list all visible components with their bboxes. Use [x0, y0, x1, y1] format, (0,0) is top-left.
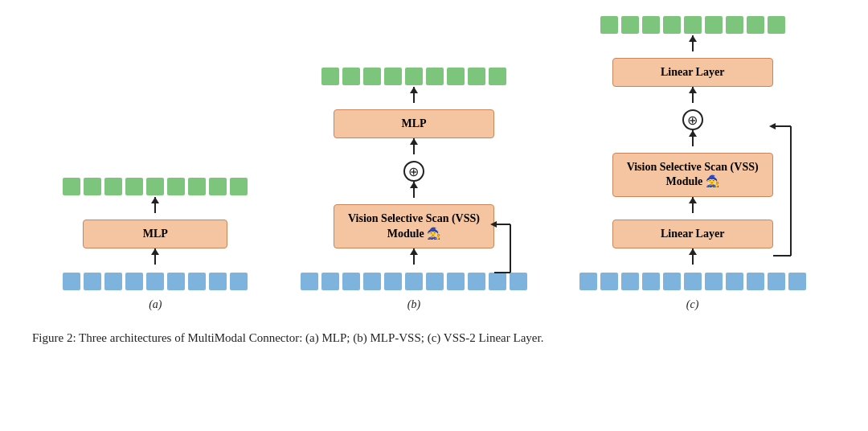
fig-label-b: (b) — [407, 298, 420, 311]
green-sq — [230, 178, 248, 195]
blue-sq — [63, 273, 80, 290]
figure-caption: Figure 2: Three architectures of MultiMo… — [32, 329, 836, 347]
green-sq — [167, 178, 185, 195]
green-squares-a — [63, 178, 248, 195]
blue-squares-a — [63, 273, 248, 290]
green-squares-b — [321, 68, 506, 85]
arrow-c-2 — [692, 87, 694, 109]
blue-squares-c — [579, 273, 806, 290]
green-squares-c — [600, 16, 785, 34]
arrow-c-3 — [692, 130, 694, 153]
linear-box-bottom-c: Linear Layer — [612, 220, 773, 248]
blue-sq — [209, 273, 227, 290]
blue-sq — [84, 273, 101, 290]
oplus-b: ⊕ — [403, 161, 424, 182]
green-sq — [84, 178, 101, 195]
arrow-c-top — [692, 35, 694, 58]
mlp-box-a: MLP — [83, 220, 227, 248]
vss-box-b: Vision Selective Scan (VSS) Module 🧙 — [334, 204, 494, 248]
arrow-c-5 — [692, 248, 694, 271]
figures-row: MLP (a) — [32, 16, 836, 311]
blue-sq — [188, 273, 206, 290]
diag-b-container: MLP ⊕ Vision Selective Scan (VSS) Module… — [309, 68, 518, 290]
green-sq — [104, 178, 122, 195]
oplus-c: ⊕ — [682, 109, 703, 130]
arrow-b-2 — [413, 138, 415, 161]
blue-squares-b — [301, 273, 527, 290]
arrow-c-4 — [692, 197, 694, 220]
svg-marker-7 — [769, 123, 776, 129]
fig-label-c: (c) — [686, 298, 699, 311]
blue-sq — [146, 273, 164, 290]
green-sq — [146, 178, 164, 195]
blue-sq — [125, 273, 143, 290]
linear-box-top-c: Linear Layer — [612, 58, 773, 87]
blue-sq — [104, 273, 122, 290]
arrow-b-3 — [413, 182, 415, 204]
diagram-a: MLP (a) — [63, 178, 248, 311]
diagram-c: Linear Layer ⊕ Vision Selective Scan (VS… — [580, 16, 805, 311]
blue-sq — [167, 273, 185, 290]
arrow-b-4 — [413, 248, 415, 271]
blue-sq — [230, 273, 248, 290]
green-sq — [63, 178, 80, 195]
arrow-a-bottom — [154, 248, 156, 271]
green-sq — [209, 178, 227, 195]
diagram-b: MLP ⊕ Vision Selective Scan (VSS) Module… — [309, 68, 518, 311]
mlp-box-b: MLP — [334, 109, 494, 138]
diag-c-container: Linear Layer ⊕ Vision Selective Scan (VS… — [580, 16, 805, 290]
green-sq — [125, 178, 143, 195]
arrow-b-top — [413, 87, 415, 109]
arrow-a-top — [154, 197, 156, 220]
vss-box-c: Vision Selective Scan (VSS) Module 🧙 — [612, 153, 773, 196]
fig-label-a: (a) — [149, 298, 162, 311]
green-sq — [188, 178, 206, 195]
